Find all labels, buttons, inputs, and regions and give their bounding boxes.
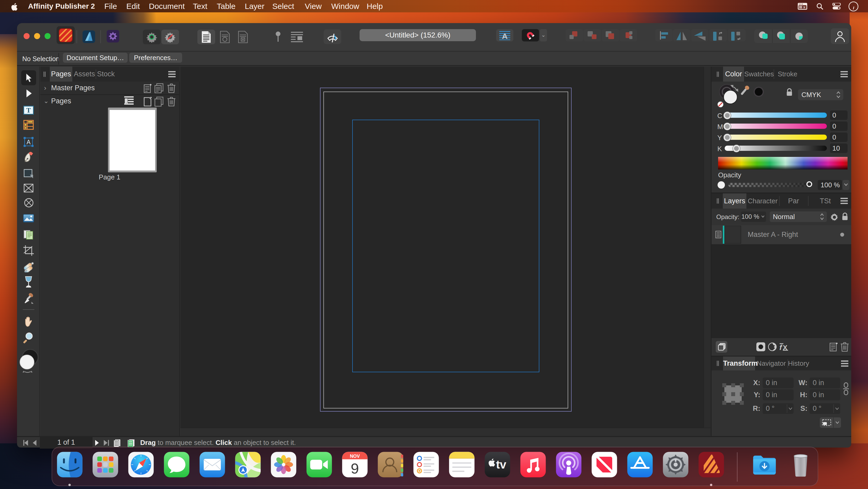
svg-text:T: T (26, 107, 31, 114)
svg-text:NOV: NOV (350, 454, 360, 459)
svg-text:f: f (779, 343, 782, 351)
svg-text:A: A (502, 32, 508, 40)
svg-text:9: 9 (351, 460, 359, 477)
svg-text:⌘: ⌘ (803, 6, 806, 9)
svg-text:tv: tv (496, 458, 506, 471)
svg-text:A: A (27, 139, 31, 146)
